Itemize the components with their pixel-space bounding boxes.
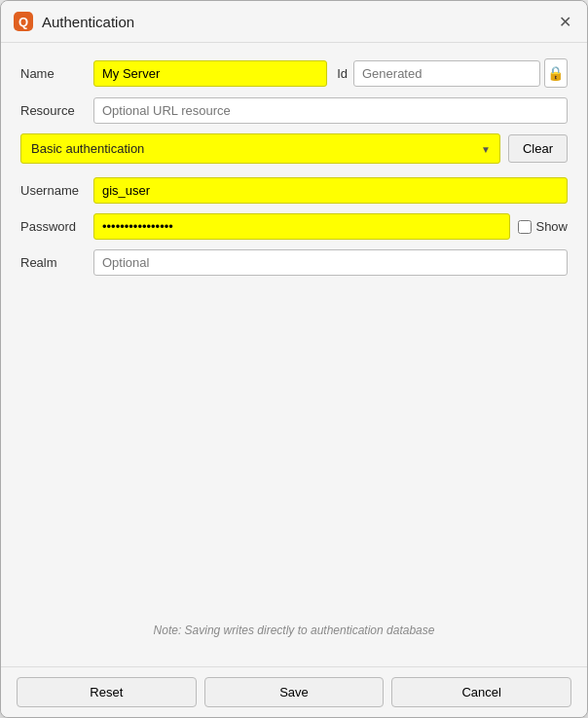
resource-label: Resource xyxy=(20,103,93,118)
cancel-button[interactable]: Cancel xyxy=(391,677,571,707)
resource-input[interactable] xyxy=(93,97,568,124)
title-bar: Q Authentication ✕ xyxy=(1,1,587,43)
name-input[interactable] xyxy=(93,60,327,87)
username-input[interactable] xyxy=(93,177,568,204)
footer-buttons: Reset Save Cancel xyxy=(1,666,587,717)
auth-type-select[interactable]: Basic authentication No authentication P… xyxy=(20,133,500,164)
password-input[interactable] xyxy=(93,213,510,240)
realm-label: Realm xyxy=(20,255,93,270)
password-label: Password xyxy=(20,219,93,234)
name-label: Name xyxy=(20,66,93,81)
show-password-checkbox[interactable] xyxy=(518,220,532,234)
app-icon: Q xyxy=(13,11,34,32)
save-button[interactable]: Save xyxy=(204,677,385,707)
resource-field-wrapper xyxy=(93,97,568,124)
realm-row: Realm xyxy=(20,249,568,276)
dialog-title: Authentication xyxy=(42,14,554,30)
authentication-dialog: Q Authentication ✕ Name Id 🔒 Resource xyxy=(0,0,588,718)
resource-row: Resource xyxy=(20,97,568,124)
id-input[interactable] xyxy=(353,60,540,87)
name-row: Name Id 🔒 xyxy=(20,58,568,88)
id-label: Id xyxy=(337,66,348,81)
close-button[interactable]: ✕ xyxy=(554,11,575,32)
name-field-wrapper xyxy=(93,60,327,87)
id-section: Id 🔒 xyxy=(337,58,568,88)
realm-input[interactable] xyxy=(93,249,568,276)
svg-text:Q: Q xyxy=(18,15,28,29)
username-row: Username xyxy=(20,177,568,204)
auth-type-row: Basic authentication No authentication P… xyxy=(20,133,568,164)
auth-dropdown-wrapper: Basic authentication No authentication P… xyxy=(20,133,500,164)
dialog-content: Name Id 🔒 Resource Basic authentication xyxy=(1,43,587,666)
note-text: Note: Saving writes directly to authenti… xyxy=(20,624,568,637)
reset-button[interactable]: Reset xyxy=(17,677,197,707)
username-label: Username xyxy=(20,183,93,198)
show-section: Show xyxy=(518,219,568,234)
clear-button[interactable]: Clear xyxy=(508,134,568,163)
show-label: Show xyxy=(535,219,568,234)
password-row: Password Show xyxy=(20,213,568,240)
lock-button[interactable]: 🔒 xyxy=(544,58,568,88)
username-field-wrapper xyxy=(93,177,568,204)
password-field-wrapper xyxy=(93,213,510,240)
realm-field-wrapper xyxy=(93,249,568,276)
